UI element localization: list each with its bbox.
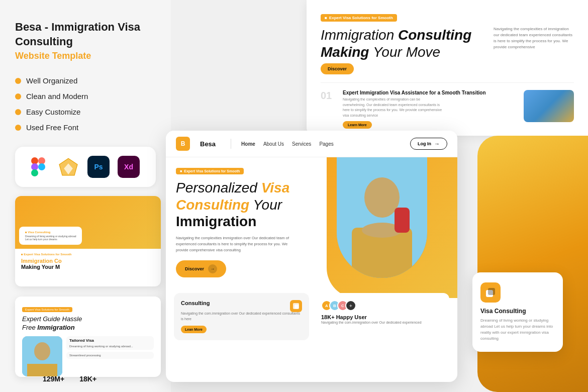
- preview-yellow-background: ■ Visa Consulting Dreaming of living wor…: [15, 196, 161, 249]
- hero-content: ■ Expert Visa Solutions for Smooth Perso…: [176, 165, 297, 277]
- badge-text: Expert Visa Solutions for Smooth: [329, 16, 393, 20]
- hero-person-image: [337, 157, 427, 278]
- copy-icon: [484, 286, 497, 299]
- feature-item-3: Easy Customize: [15, 108, 156, 116]
- preview2-person-image: [22, 336, 62, 376]
- svg-rect-2: [31, 163, 38, 170]
- nav-divider: [231, 139, 231, 149]
- consulting-learn-more[interactable]: Lean More: [181, 326, 207, 333]
- feature-label-2: Clean and Modern: [26, 92, 88, 101]
- stat-1: 129M+: [43, 375, 64, 383]
- guide-italic: Guide Hassle: [43, 315, 82, 323]
- feature-item-2: Clean and Modern: [15, 92, 156, 101]
- hero-discover-button[interactable]: Discover →: [176, 260, 226, 277]
- svg-rect-15: [488, 288, 495, 295]
- consulting-card-title: Consulting: [181, 300, 210, 306]
- preview2-bottom: Tailored Visa Dreaming of living working…: [22, 336, 154, 376]
- move-word: Move: [406, 44, 440, 60]
- happy-user-desc: Navigating the com.immigration over Our …: [321, 320, 442, 326]
- nav-about[interactable]: About Us: [263, 141, 284, 147]
- service-text-1: Expert Immigration Visa Assistance for a…: [343, 90, 516, 129]
- hero-title: Personalized Visa Consulting Your Immigr…: [176, 179, 297, 230]
- hero-badge-text: Expert Visa Solutions for Smooth: [184, 169, 240, 173]
- svg-rect-0: [31, 157, 38, 164]
- adobexd-icon: Xd: [118, 156, 140, 178]
- preview-card-2: Expert Visa Solutions for Smooth Expert …: [15, 297, 161, 377]
- badge-icon: ■: [325, 16, 327, 20]
- visa-consulting-floating-card: Visa Consulting Dreaming of living worki…: [472, 272, 563, 352]
- your-italic-hero: Your: [253, 197, 282, 213]
- logo-box: B: [176, 137, 190, 151]
- consulting-card-desc: Navigating the com.immigration over Our …: [181, 311, 302, 322]
- stat-number-2: 18K+: [79, 375, 96, 383]
- bullet-icon: [15, 93, 21, 100]
- visa-yellow: Visa: [261, 180, 290, 195]
- consulting-bold: Consulting: [398, 27, 471, 43]
- bottom-cards-row: Consulting Navigating the com.immigratio…: [174, 293, 449, 340]
- discover-button-top[interactable]: Discover: [321, 63, 354, 74]
- nav-links: Home About Us Services Pages: [241, 141, 400, 147]
- stat-2: 18K+: [79, 375, 96, 383]
- preview-card-1-text: ■ Expert Visa Solutions for Smooth Immig…: [15, 249, 161, 274]
- right-card-desc: Navigating the complexities of immigrati…: [494, 26, 574, 50]
- preview2-title: Expert Guide Hassle Free Immigration: [22, 315, 154, 332]
- feature-label-3: Easy Customize: [26, 108, 80, 116]
- discover-arrow-icon: →: [208, 264, 217, 273]
- brand-name: Besa: [200, 140, 216, 148]
- mockup-navbar: B Besa Home About Us Services Pages Log …: [166, 131, 457, 157]
- preview-title-immigration: Immigration Co Making Your M: [21, 258, 155, 270]
- tailored-title: Tailored Visa: [69, 338, 151, 343]
- product-subtitle: Website Template: [15, 51, 156, 61]
- svg-rect-11: [395, 208, 410, 233]
- svg-rect-1: [38, 157, 45, 164]
- expert-badge: ■ Expert Visa Solutions for Smooth: [321, 14, 397, 22]
- free-normal: Free: [22, 324, 37, 331]
- login-arrow-icon: →: [434, 141, 440, 147]
- processing-desc: Streamlined processing: [69, 354, 151, 357]
- nav-services[interactable]: Services: [292, 141, 311, 147]
- stat-number-1: 129M+: [43, 375, 64, 383]
- svg-point-17: [34, 342, 50, 360]
- consulting-card: Consulting Navigating the com.immigratio…: [174, 293, 309, 340]
- hero-badge: ■ Expert Visa Solutions for Smooth: [176, 168, 244, 174]
- person-svg: [337, 157, 427, 278]
- expert-normal: Expert: [22, 315, 43, 323]
- feature-label-1: Well Organized: [26, 76, 77, 85]
- right-card-top: ■ Expert Visa Solutions for Smooth Immig…: [307, 0, 588, 136]
- nav-pages[interactable]: Pages: [319, 141, 333, 147]
- service-title-1: Expert Immigration Visa Assistance for a…: [343, 90, 516, 95]
- nav-home[interactable]: Home: [241, 141, 255, 147]
- svg-point-4: [38, 163, 45, 170]
- right-yellow-decoration: [477, 136, 588, 392]
- processing-card: Streamlined processing: [66, 352, 154, 359]
- svg-point-8: [364, 177, 400, 218]
- preview-inner-card: ■ Visa Consulting Dreaming of living wor…: [19, 227, 82, 245]
- user-avatars-group: A B C +: [321, 300, 442, 311]
- preview-card-1: ■ Visa Consulting Dreaming of living wor…: [15, 196, 161, 286]
- making-bold: Making: [321, 44, 373, 60]
- immigration-italic: Immigration: [321, 27, 398, 43]
- figma-icon: [27, 156, 49, 178]
- badge-square-icon: ■: [180, 169, 182, 173]
- stats-row: 129M+ 18K+: [43, 375, 96, 383]
- login-button[interactable]: Log In →: [410, 138, 447, 150]
- preview2-badge: Expert Visa Solutions for Smooth: [22, 307, 72, 312]
- personalized-text: Personalized: [176, 180, 261, 195]
- bullet-icon: [15, 78, 21, 84]
- login-label: Log In: [418, 141, 431, 146]
- service-item-1: 01 Expert Immigration Visa Assistance fo…: [321, 82, 574, 136]
- center-mockup: B Besa Home About Us Services Pages Log …: [166, 131, 457, 382]
- app-icons-row: Ps Xd: [15, 147, 156, 187]
- immigration-bold: Immigration: [176, 214, 256, 229]
- photoshop-icon: Ps: [87, 156, 110, 178]
- making-label: Making Your M: [21, 264, 60, 270]
- learn-more-button-1[interactable]: Learn More: [343, 121, 372, 129]
- visa-card-desc: Dreaming of living working or studying a…: [480, 318, 555, 342]
- tailored-visa-card: Tailored Visa Dreaming of living working…: [66, 336, 154, 350]
- your-italic: Your: [373, 44, 406, 60]
- immigration-label: Immigration Co: [21, 258, 62, 264]
- bullet-icon: [15, 125, 21, 131]
- service-number-1: 01: [321, 90, 335, 102]
- service-image-bg: [524, 90, 574, 122]
- mockup-hero: ■ Expert Visa Solutions for Smooth Perso…: [166, 157, 457, 348]
